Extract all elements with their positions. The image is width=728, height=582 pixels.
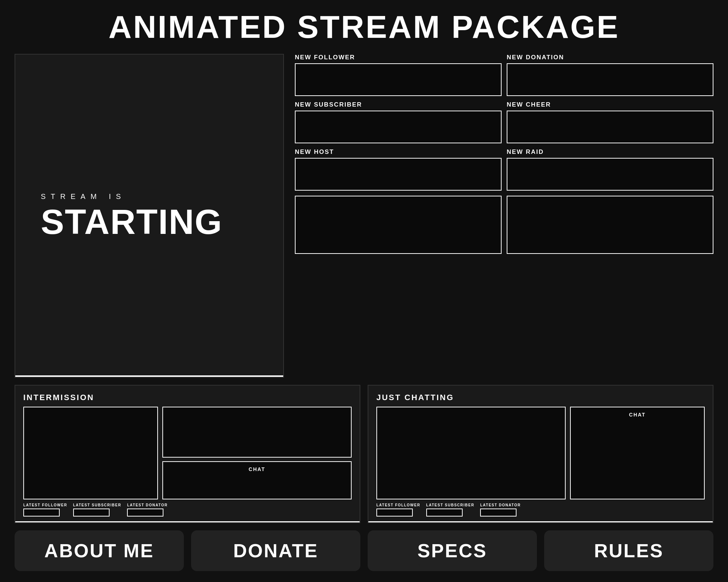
intermission-content: CHAT [23,407,352,499]
nav-button-donate[interactable]: DONATE [191,530,360,571]
jc-stat-donator: LATEST DONATOR [480,503,521,517]
alert-item-large-left [295,196,502,254]
just-chatting-title: JUST CHATTING [376,393,705,402]
jc-stat-donator-label: LATEST DONATOR [480,503,521,507]
just-chatting-panel: JUST CHATTING CHAT LATEST FOLLOWER LATES… [368,385,713,523]
intermission-panel: INTERMISSION CHAT LATEST FOLLOWER LATEST… [15,385,360,523]
intermission-side: CHAT [162,407,352,499]
stream-is-label: STREAM IS [41,192,126,201]
nav-button-specs[interactable]: SPECS [368,530,537,571]
alerts-grid: NEW FOLLOWER NEW DONATION NEW SUBSCRIBER… [295,54,713,378]
alert-box-new-donation [507,63,713,96]
jc-stat-follower-box [376,509,413,517]
just-chatting-content: CHAT [376,407,705,499]
intermission-stats-row: LATEST FOLLOWER LATEST SUBSCRIBER LATEST… [23,503,352,517]
just-chatting-stats-row: LATEST FOLLOWER LATEST SUBSCRIBER LATEST… [376,503,705,517]
just-chatting-chat-box: CHAT [570,407,705,499]
intermission-stat-follower-box [23,509,60,517]
intermission-side-top [162,407,352,458]
page-container: ANIMATED STREAM PACKAGE STREAM IS STARTI… [0,0,728,582]
alert-label-new-host: NEW HOST [295,148,502,156]
intermission-title: INTERMISSION [23,393,352,402]
bottom-nav: ABOUT ME DONATE SPECS RULES [15,530,713,571]
alert-item-new-subscriber: NEW SUBSCRIBER [295,101,502,143]
alert-box-new-subscriber [295,111,502,143]
alert-label-new-donation: NEW DONATION [507,54,713,61]
nav-button-specs-label: SPECS [418,540,487,562]
alert-label-new-raid: NEW RAID [507,148,713,156]
intermission-stat-follower: LATEST FOLLOWER [23,503,67,517]
just-chatting-chat-label: CHAT [629,412,646,418]
alert-item-new-cheer: NEW CHEER [507,101,713,143]
intermission-stat-subscriber-label: LATEST SUBSCRIBER [73,503,122,507]
middle-section: INTERMISSION CHAT LATEST FOLLOWER LATEST… [15,385,713,523]
alert-label-new-cheer: NEW CHEER [507,101,713,108]
alert-label-new-subscriber: NEW SUBSCRIBER [295,101,502,108]
nav-button-about-me[interactable]: ABOUT ME [15,530,184,571]
alert-box-large-left [295,196,502,254]
nav-button-rules-label: RULES [594,540,664,562]
top-section: STREAM IS STARTING NEW FOLLOWER NEW DONA… [15,54,713,378]
alert-box-new-cheer [507,111,713,143]
intermission-stat-donator-box [127,509,163,517]
jc-stat-follower-label: LATEST FOLLOWER [376,503,420,507]
page-title: ANIMATED STREAM PACKAGE [15,11,713,43]
alert-item-large-right [507,196,713,254]
nav-button-about-me-label: ABOUT ME [44,540,154,562]
nav-button-rules[interactable]: RULES [544,530,713,571]
stream-starting-text: STARTING [41,204,223,239]
just-chatting-side: CHAT [570,407,705,499]
jc-stat-subscriber-box [426,509,463,517]
jc-stat-subscriber-label: LATEST SUBSCRIBER [426,503,475,507]
intermission-stat-subscriber: LATEST SUBSCRIBER [73,503,122,517]
intermission-chat-label: CHAT [249,466,265,472]
alert-box-new-follower [295,63,502,96]
just-chatting-main-box [376,407,566,499]
alert-box-large-right [507,196,713,254]
alert-box-new-raid [507,158,713,191]
intermission-stat-subscriber-box [73,509,110,517]
jc-stat-follower: LATEST FOLLOWER [376,503,420,517]
alert-box-new-host [295,158,502,191]
alert-item-new-follower: NEW FOLLOWER [295,54,502,96]
intermission-stat-donator: LATEST DONATOR [127,503,168,517]
jc-stat-subscriber: LATEST SUBSCRIBER [426,503,475,517]
alert-item-new-raid: NEW RAID [507,148,713,191]
jc-stat-donator-box [480,509,517,517]
alert-item-new-donation: NEW DONATION [507,54,713,96]
intermission-stat-donator-label: LATEST DONATOR [127,503,168,507]
intermission-main-box [23,407,158,499]
alert-item-new-host: NEW HOST [295,148,502,191]
nav-button-donate-label: DONATE [233,540,318,562]
alert-label-new-follower: NEW FOLLOWER [295,54,502,61]
intermission-chat-box: CHAT [162,461,352,499]
intermission-stat-follower-label: LATEST FOLLOWER [23,503,67,507]
stream-starting-panel: STREAM IS STARTING [15,54,284,378]
